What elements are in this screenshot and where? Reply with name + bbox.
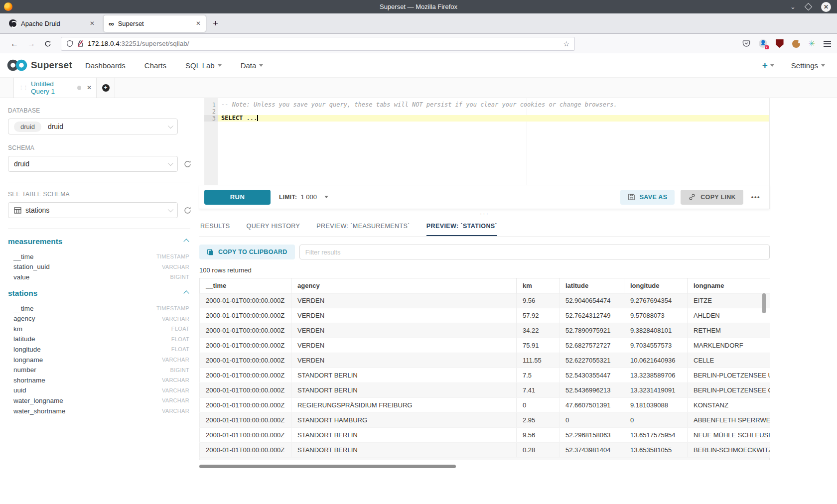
horizontal-scrollbar-track xyxy=(199,465,770,468)
pocket-icon[interactable] xyxy=(742,40,750,47)
results-tab-3[interactable]: PREVIEW: `MEASUREMENTS` xyxy=(316,217,410,236)
table-cell: 52.7624312749 xyxy=(559,308,624,323)
tab-close-icon[interactable]: ✕ xyxy=(90,20,95,27)
superset-logo[interactable]: Superset xyxy=(7,59,72,72)
nav-item-label: Charts xyxy=(144,61,166,70)
table-cell: 52.5430355447 xyxy=(559,368,624,383)
nav-item-dashboards[interactable]: Dashboards xyxy=(85,61,126,70)
url-text[interactable]: 172.18.0.4:32251/superset/sqllab/ xyxy=(88,40,189,47)
table-cell: 2000-01-01T00:00:00.000Z xyxy=(200,428,291,443)
schema-table-header[interactable]: stations xyxy=(8,289,199,298)
table-row: 2000-01-01T00:00:00.000ZREGIERUNGSPRÄSID… xyxy=(200,398,770,413)
column-header-longitude[interactable]: longitude xyxy=(624,278,688,293)
filter-results-input[interactable] xyxy=(299,245,770,259)
menu-icon[interactable] xyxy=(824,41,831,47)
column-header-latitude[interactable]: latitude xyxy=(559,278,624,293)
cookie-extension-icon[interactable] xyxy=(792,40,800,48)
ublock-icon[interactable] xyxy=(776,39,784,48)
horizontal-scrollbar[interactable] xyxy=(199,465,456,468)
nav-item-sql-lab[interactable]: SQL Lab xyxy=(185,61,222,70)
new-tab-button[interactable]: + xyxy=(213,18,218,29)
lock-crossed-icon[interactable] xyxy=(77,40,84,47)
results-tab-1[interactable]: RESULTS xyxy=(200,217,230,236)
table-cell: BERLIN-PLOETZENSEE UP xyxy=(688,368,770,383)
settings-menu[interactable]: Settings xyxy=(791,61,825,70)
results-tab-4[interactable]: PREVIEW: `STATIONS` xyxy=(426,217,497,236)
table-cell: 2000-01-01T00:00:00.000Z xyxy=(200,413,291,428)
drag-handle-icon[interactable]: ⋮⋮ xyxy=(18,85,27,91)
table-cell: EITZE xyxy=(688,293,770,308)
forward-icon[interactable]: → xyxy=(27,39,35,48)
results-table: __timeagencykmlatitudelongitudelongname2… xyxy=(199,278,770,458)
editor-code[interactable]: -- Note: Unless you save your query, the… xyxy=(218,98,769,185)
sql-editor[interactable]: 123 -- Note: Unless you save your query,… xyxy=(199,98,770,185)
collapse-icon[interactable] xyxy=(183,239,189,244)
minimize-icon[interactable]: ⌄ xyxy=(790,3,796,10)
query-tabstrip: ⋮⋮ Untitled Query 1 ✕ + xyxy=(0,78,837,98)
close-icon[interactable]: ✕ xyxy=(821,2,831,12)
database-select[interactable]: druid druid xyxy=(8,119,178,134)
column-type: VARCHAR xyxy=(162,316,189,322)
bookmark-star-icon[interactable]: ☆ xyxy=(563,40,569,48)
tracking-shield-icon[interactable] xyxy=(66,40,73,47)
partial-row xyxy=(199,458,770,460)
column-type: VARCHAR xyxy=(162,357,189,363)
back-icon[interactable]: ← xyxy=(10,39,18,48)
schema-column: water_shortnameVARCHAR xyxy=(8,406,189,416)
reload-icon[interactable] xyxy=(44,40,51,47)
column-header-km[interactable]: km xyxy=(517,278,559,293)
add-new-button[interactable]: + xyxy=(762,60,774,71)
close-query-tab-icon[interactable]: ✕ xyxy=(87,84,92,91)
refresh-schema-icon[interactable] xyxy=(183,160,192,168)
database-pill: druid xyxy=(14,122,41,132)
table-select[interactable]: stations xyxy=(8,202,178,218)
column-header-longname[interactable]: longname xyxy=(688,278,770,293)
table-row: 2000-01-01T00:00:00.000ZVERDEN9.5652.904… xyxy=(200,293,770,308)
table-cell: VERDEN xyxy=(291,323,517,338)
browser-tab-superset[interactable]: ∞ Superset ✕ xyxy=(104,15,206,32)
run-button[interactable]: RUN xyxy=(204,190,271,205)
browser-tab-apache-druid[interactable]: Apache Druid ✕ xyxy=(4,15,100,32)
refresh-table-icon[interactable] xyxy=(183,206,192,215)
nav-item-label: Dashboards xyxy=(85,61,126,70)
schema-select[interactable]: druid xyxy=(8,156,178,172)
pane-resize-handle[interactable]: ··· xyxy=(199,209,770,217)
table-cell: 57.92 xyxy=(517,308,559,323)
nav-item-charts[interactable]: Charts xyxy=(144,61,166,70)
column-name: longname xyxy=(13,356,43,364)
save-as-button[interactable]: SAVE AS xyxy=(620,190,675,205)
superset-favicon: ∞ xyxy=(109,20,114,27)
schema-column: __timeTIMESTAMP xyxy=(8,303,189,314)
limit-dropdown[interactable]: LIMIT: 1 000 xyxy=(279,193,328,201)
collapse-icon[interactable] xyxy=(183,290,189,296)
results-tab-2[interactable]: QUERY HISTORY xyxy=(247,217,300,236)
copy-to-clipboard-button[interactable]: COPY TO CLIPBOARD xyxy=(199,245,295,259)
account-extension-icon[interactable] xyxy=(759,39,767,48)
maximize-icon[interactable] xyxy=(805,3,813,11)
column-header-__time[interactable]: __time xyxy=(200,278,291,293)
tab-close-icon[interactable]: ✕ xyxy=(196,20,201,27)
add-query-tab[interactable]: + xyxy=(97,78,115,98)
table-cell: 52.9040654474 xyxy=(559,293,624,308)
query-tab-untitled[interactable]: ⋮⋮ Untitled Query 1 ✕ xyxy=(13,78,97,98)
copy-link-button[interactable]: COPY LINK xyxy=(681,190,743,205)
url-bar[interactable]: 172.18.0.4:32251/superset/sqllab/ ☆ xyxy=(61,37,575,51)
druid-favicon xyxy=(9,19,17,27)
line-number: 2 xyxy=(204,108,218,115)
more-options-button[interactable]: ••• xyxy=(749,193,762,201)
column-header-agency[interactable]: agency xyxy=(291,278,517,293)
schema-table-header[interactable]: measurements xyxy=(8,237,199,246)
code-comment: -- Note: Unless you save your query, the… xyxy=(218,102,769,108)
colorful-extension-icon[interactable]: ✳ xyxy=(809,39,815,48)
table-cell: 2000-01-01T00:00:00.000Z xyxy=(200,443,291,458)
schema-table-measurements: measurements__timeTIMESTAMPstation_uuidV… xyxy=(8,237,199,282)
nav-item-data[interactable]: Data xyxy=(241,61,264,70)
browser-tabstrip: Apache Druid ✕ ∞ Superset ✕ + xyxy=(0,13,837,34)
vertical-scrollbar[interactable] xyxy=(762,293,766,313)
chevron-down-icon xyxy=(259,64,263,67)
chevron-down-icon xyxy=(168,160,173,166)
table-row: 2000-01-01T00:00:00.000ZSTANDORT BERLIN0… xyxy=(200,443,770,458)
line-number: 3 xyxy=(204,115,218,122)
table-cell: STANDORT BERLIN xyxy=(291,368,517,383)
table-header-row: __timeagencykmlatitudelongitudelongname xyxy=(200,278,770,293)
